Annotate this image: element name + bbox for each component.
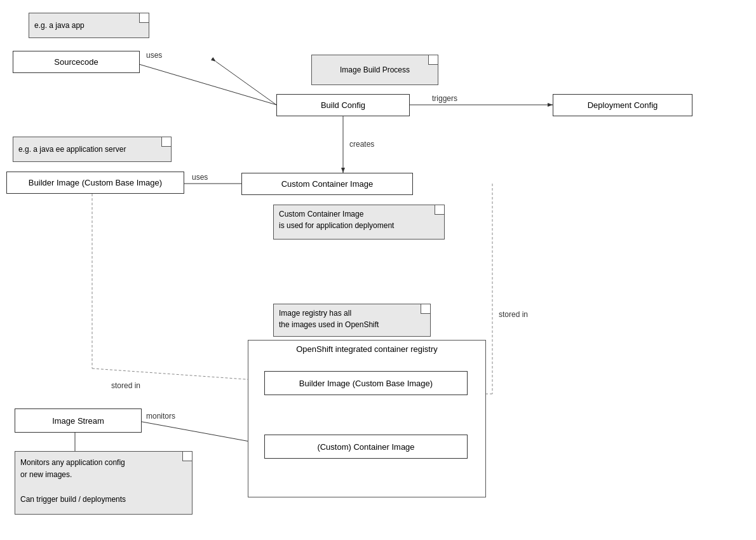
deployment-config-box: Deployment Config	[553, 94, 692, 116]
registry-label: OpenShift integrated container registry	[296, 344, 438, 354]
builder-image-inner-box: Builder Image (Custom Base Image)	[264, 371, 468, 395]
custom-container-note: Custom Container Imageis used for applic…	[273, 205, 445, 240]
svg-line-12	[135, 421, 264, 444]
builder-image-box: Builder Image (Custom Base Image)	[6, 172, 184, 194]
uses-builder-label: uses	[192, 173, 208, 182]
monitors-note: Monitors any application configor new im…	[15, 451, 192, 515]
java-ee-note: e.g. a java ee application server	[13, 137, 172, 162]
custom-container-inner-box: (Custom) Container Image	[264, 435, 468, 459]
triggers-label: triggers	[432, 94, 457, 103]
diagram: e.g. a java app Sourcecode Image Build P…	[0, 0, 756, 540]
svg-line-8	[92, 368, 264, 381]
registry-outer-box: OpenShift integrated container registry …	[248, 340, 486, 497]
creates-label: creates	[349, 140, 374, 149]
custom-container-image-box: Custom Container Image	[241, 173, 413, 195]
stored-in-right-label: stored in	[499, 310, 528, 319]
stored-in-left-label: stored in	[111, 381, 140, 390]
monitors-label: monitors	[146, 412, 175, 421]
sourcecode-box: Sourcecode	[13, 51, 140, 73]
svg-line-2	[216, 62, 276, 105]
java-app-note: e.g. a java app	[29, 13, 149, 38]
svg-line-3	[130, 62, 276, 105]
image-registry-note: Image registry has allthe images used in…	[273, 304, 431, 337]
build-config-box: Build Config	[276, 94, 410, 116]
uses-sourcecode-label: uses	[146, 51, 162, 60]
image-build-process-note: Image Build Process	[311, 55, 438, 85]
image-stream-box: Image Stream	[15, 408, 142, 433]
